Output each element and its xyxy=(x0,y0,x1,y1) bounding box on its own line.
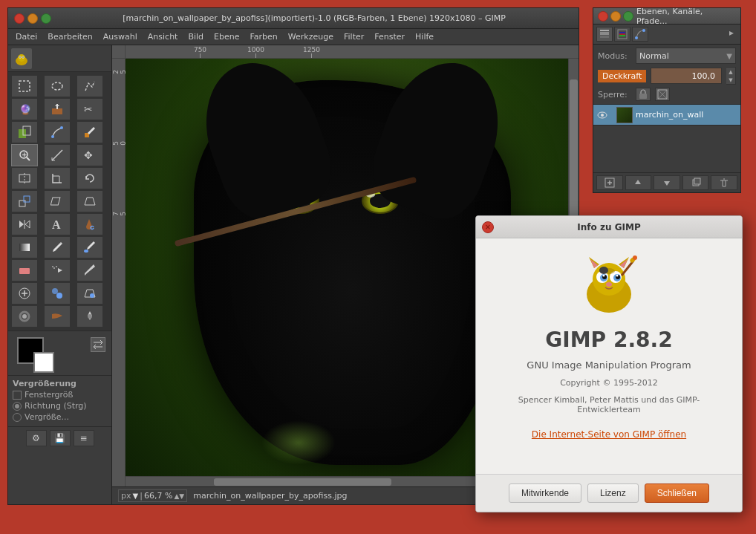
minimize-button[interactable] xyxy=(27,13,38,24)
eraser-tool[interactable] xyxy=(11,259,38,281)
background-color[interactable] xyxy=(33,352,54,373)
move-tool[interactable]: ✥ xyxy=(76,144,103,166)
fuzzy-select-tool[interactable]: 🔮 xyxy=(11,98,38,120)
gimp-website-link[interactable]: Die Internet-Seite von GIMP öffnen xyxy=(532,429,686,440)
delete-layer-button[interactable] xyxy=(711,175,737,190)
zoom-fenstergross-checkbox[interactable] xyxy=(13,391,22,400)
toolbox: 🔮 ✂ + xyxy=(8,45,112,504)
contributors-button[interactable]: Mitwirkende xyxy=(509,483,581,503)
menu-hilfe[interactable]: Hilfe xyxy=(411,30,438,43)
svg-text:✂: ✂ xyxy=(84,103,93,115)
maximize-button[interactable] xyxy=(41,13,51,24)
status-unit: px xyxy=(121,491,131,501)
color-picker-tool[interactable] xyxy=(76,121,103,143)
menu-auswahl[interactable]: Auswahl xyxy=(99,30,142,43)
ink-tool[interactable] xyxy=(76,259,103,281)
airbrush-tool[interactable] xyxy=(44,259,71,281)
menu-farben[interactable]: Farben xyxy=(246,30,282,43)
free-select-tool[interactable] xyxy=(76,75,103,97)
lock-alpha-btn[interactable] xyxy=(655,88,670,101)
svg-point-47 xyxy=(635,36,638,39)
clone-tool[interactable] xyxy=(44,282,71,305)
menu-filter[interactable]: Filter xyxy=(339,30,368,43)
blur-tool[interactable] xyxy=(11,305,38,328)
color-select-tool[interactable] xyxy=(44,98,71,120)
tab-icon-layers[interactable] xyxy=(596,27,613,42)
toolbox-btn-menu[interactable]: ≡ xyxy=(74,430,94,446)
perspective-clone-tool[interactable] xyxy=(76,282,103,305)
layers-panel-arrow[interactable]: ▸ xyxy=(726,27,737,39)
layers-close[interactable] xyxy=(598,11,608,22)
menu-ansicht[interactable]: Ansicht xyxy=(143,30,183,43)
cat-body xyxy=(194,80,511,465)
duplicate-layer-button[interactable] xyxy=(682,175,709,190)
opacity-spin[interactable]: ▲ ▼ xyxy=(726,67,736,85)
svg-point-35 xyxy=(52,266,53,267)
menu-bar: Datei Bearbeiten Auswahl Ansicht Bild Eb… xyxy=(8,29,579,45)
smudge-tool[interactable] xyxy=(44,305,71,328)
scissors-tool[interactable]: ✂ xyxy=(76,98,103,120)
layers-footer xyxy=(593,172,740,192)
shear-tool[interactable] xyxy=(44,190,71,212)
perspective-tool[interactable] xyxy=(76,190,103,212)
blend-tool[interactable] xyxy=(11,236,38,258)
menu-ebene[interactable]: Ebene xyxy=(209,30,244,43)
raise-layer-button[interactable] xyxy=(625,175,652,190)
about-close-x[interactable]: × xyxy=(482,221,494,233)
svg-point-41 xyxy=(22,314,27,319)
menu-bild[interactable]: Bild xyxy=(183,30,208,43)
heal-tool[interactable] xyxy=(11,282,38,305)
align-tool[interactable] xyxy=(11,167,38,189)
path-tool[interactable] xyxy=(44,121,71,143)
opacity-down[interactable]: ▼ xyxy=(726,76,735,84)
main-titlebar: [marchin_on_wallpaper_by_apofiss](import… xyxy=(8,8,579,29)
lock-pixels-btn[interactable] xyxy=(636,88,651,101)
tab-icon-channels[interactable] xyxy=(614,27,630,42)
svg-point-5 xyxy=(22,56,24,58)
close-button[interactable] xyxy=(14,13,25,24)
toolbox-btn-save[interactable]: 💾 xyxy=(50,430,71,446)
paintbrush-tool[interactable] xyxy=(76,236,103,258)
svg-line-17 xyxy=(27,157,30,160)
svg-point-7 xyxy=(52,82,62,90)
swap-colors[interactable] xyxy=(91,337,105,352)
menu-datei[interactable]: Datei xyxy=(11,30,42,43)
new-layer-button[interactable] xyxy=(596,175,623,190)
zoom-vergrosse-radio[interactable] xyxy=(13,413,22,422)
layers-maximize[interactable] xyxy=(623,11,633,22)
layer-visibility[interactable] xyxy=(596,109,608,121)
zoom-richtung-radio[interactable] xyxy=(13,402,22,411)
measure-tool[interactable] xyxy=(44,144,71,166)
rectangle-select-tool[interactable] xyxy=(11,75,38,97)
toolbox-btn-config[interactable]: ⚙ xyxy=(26,430,47,446)
bucket-fill-tool[interactable] xyxy=(76,213,103,235)
lower-layer-button[interactable] xyxy=(654,175,680,190)
layers-minimize[interactable] xyxy=(610,11,621,22)
menu-fenster[interactable]: Fenster xyxy=(370,30,409,43)
unit-spin[interactable]: ▼ xyxy=(133,492,139,500)
layer-item-0[interactable]: marchin_on_wall xyxy=(593,105,740,126)
flip-tool[interactable] xyxy=(11,213,38,235)
pencil-tool[interactable] xyxy=(44,236,71,258)
menu-werkzeuge[interactable]: Werkzeuge xyxy=(284,30,338,43)
opacity-up[interactable]: ▲ xyxy=(726,68,735,76)
ellipse-select-tool[interactable] xyxy=(44,75,71,97)
text-tool[interactable]: A xyxy=(44,213,71,235)
zoom-tool[interactable]: + xyxy=(11,144,38,166)
tab-icon-paths[interactable] xyxy=(632,27,648,42)
opacity-slider[interactable]: 100,0 xyxy=(651,68,722,84)
svg-rect-44 xyxy=(600,36,609,38)
foreground-select-tool[interactable] xyxy=(11,121,38,143)
dodge-burn-tool[interactable] xyxy=(76,305,103,328)
scale-tool[interactable] xyxy=(11,190,38,212)
close-button[interactable]: Schließen xyxy=(645,483,709,503)
mode-select[interactable]: Normal ▼ xyxy=(636,48,736,64)
menu-bearbeiten[interactable]: Bearbeiten xyxy=(43,30,97,43)
svg-rect-30 xyxy=(19,244,30,251)
rotate-tool[interactable] xyxy=(76,167,103,189)
svg-point-67 xyxy=(606,282,612,287)
crop-tool[interactable] xyxy=(44,167,71,189)
scrollbar-thumb-h[interactable] xyxy=(214,478,391,486)
license-button[interactable]: Lizenz xyxy=(587,483,639,503)
zoom-spin[interactable]: ▲▼ xyxy=(174,491,184,501)
